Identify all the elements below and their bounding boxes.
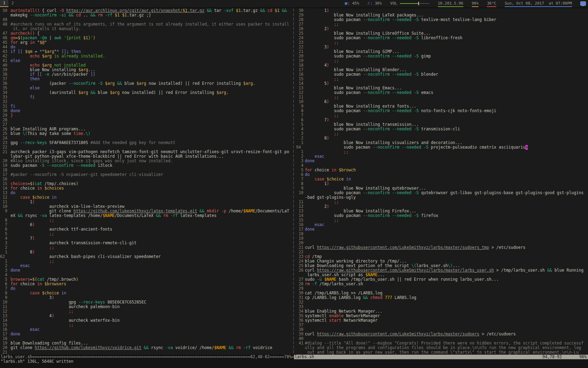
code-row: 1 blue Now installing visualizers and de… <box>296 141 588 145</box>
code-row: 22 <box>0 145 293 150</box>
code-row: 16 esac <box>0 327 293 332</box>
code-row: 19 <box>296 236 588 241</box>
top-status-bar: 12 ▦: 45%/: 36%VOL10.201.5.9696%36°CSun,… <box>0 0 588 7</box>
code-row: 5 ;; <box>0 232 293 236</box>
code-row: 94 sudo pacman --noconfirm --needed -S p… <box>296 145 588 150</box>
code-row: 5browsers=$(cat /tmp/.browch) <box>0 277 293 282</box>
code-row: 43if [[ $qm = *"$arg"* ]]; then <box>0 49 293 54</box>
root-usage-icon: / <box>368 0 370 7</box>
code-row: 18 4) <box>296 63 588 68</box>
code-row: 24 sudo pacman --noconfirm --needed -S l… <box>296 36 588 40</box>
workspace-tag-2[interactable]: 2 <box>8 0 17 7</box>
code-row: 15 ;; <box>296 218 588 223</box>
code-row: 18 <box>0 168 293 172</box>
code-row: 17#packer --noconfirm -S ncpamixer-git s… <box>0 172 293 177</box>
code-row: 44do <box>0 45 293 49</box>
code-row: 1 ;; <box>0 259 293 264</box>
code-row: 33 fi <box>0 95 293 100</box>
statusline-active: larbs.sh 94,78-92 96% <box>294 355 588 359</box>
code-row: 25blue \(This may take some time.\) <box>0 131 293 136</box>
code-row: 41else <box>0 59 293 63</box>
code-row: 24blue Changin working directory to /tmp… <box>296 259 588 264</box>
code-row: 17done <box>296 227 588 232</box>
status-memory-usage: ▦: 45% <box>345 0 359 7</box>
code-row: 47aurcheck() { <box>0 31 293 36</box>
code-row: 48#aurcheck runs on each of its argument… <box>0 22 293 27</box>
status-ip-address: 10.201.5.96 <box>438 0 463 7</box>
code-row: 30cat /tmp/LARBS.log >> /LARBS.log <box>296 291 588 295</box>
code-row: 15choices=$(cat /tmp/.choices) <box>0 182 293 186</box>
code-row: 13 4) <box>0 314 293 318</box>
code-row: 50aurinstall() { curl -O https://aur.arc… <box>0 8 293 13</box>
code-row: 16 esac <box>296 223 588 227</box>
code-row: 4 <box>0 273 293 277</box>
code-row: 12 ;; <box>0 309 293 314</box>
code-row: 45for arg in "$@" <box>0 40 293 45</box>
code-row: 26curl https://raw.githubusercontent.com… <box>296 268 588 273</box>
code-row: 27 ;; <box>296 22 588 27</box>
pane-larbs-user-sh[interactable]: 50aurinstall() { curl -O https://aur.arc… <box>0 8 293 355</box>
code-row: 39 blue Now installing $arg... <box>0 68 293 72</box>
code-row: 6for choice in $browsers <box>0 282 293 286</box>
code-row: 13 blue Now installing Firefox... <box>296 209 588 213</box>
code-row: 5for choice in $browch <box>296 168 588 172</box>
tag-list: 12 <box>0 0 17 7</box>
code-row: lybar-git python-pywal xfce-theme-blackb… <box>0 154 293 159</box>
command-line-message: "larbs.sh" 136L, 5648C written <box>1 359 587 364</box>
code-row: 31cp /LARBS.log LARBS.log && chmod 777 L… <box>296 295 588 300</box>
code-row: 31fi <box>0 104 293 109</box>
code-row: 27 <box>0 122 293 127</box>
code-row: 26blue Installing AUR programs... <box>0 127 293 131</box>
code-row: 25blue Downloading next portion of the s… <box>296 264 588 268</box>
code-row: 32 <box>0 100 293 104</box>
code-row: 7 6) <box>0 223 293 227</box>
code-row: 14 5) <box>296 81 588 86</box>
code-row: 14for choice in $choices <box>0 186 293 191</box>
code-row: -bad gst-plugins-ugly <box>296 195 588 200</box>
code-row: 20 <box>296 241 588 245</box>
code-row: 13 blue Now installing Emacs... <box>296 86 588 90</box>
code-row: 9 git clone https://github.com/lukesmith… <box>0 209 293 213</box>
systray[interactable] <box>580 0 586 7</box>
code-row: 4 sudo pacman --noconfirm --needed -S tr… <box>296 127 588 131</box>
code-row: 21aurcheck packer i3-gaps vim-pathogen n… <box>0 150 293 154</box>
code-row: 42 echo $arg is already installed. <box>0 54 293 59</box>
active-file-name: larbs.sh <box>295 355 314 359</box>
code-row: 1 8) <box>0 250 293 254</box>
code-row: 38 if [[ -e /usr/bin/packer ]] <box>0 72 293 77</box>
code-row: 13do <box>0 191 293 195</box>
code-row: 19 ;; <box>296 59 588 63</box>
scroll-percent: 96% <box>579 355 587 359</box>
code-row: 18 <box>296 232 588 236</box>
workspace-tag-1[interactable]: 1 <box>0 0 8 7</box>
code-row: 39curl https://raw.githubusercontent.com… <box>296 332 588 336</box>
code-row: 46qm=$(pacman -Qm | awk '{print $1}') <box>0 36 293 40</box>
code-row: 29 <box>296 286 588 291</box>
code-row: 28 <box>0 118 293 122</box>
code-row: 20 sudo pacman --noconfirm --needed -S g… <box>296 54 588 59</box>
window-separator[interactable] <box>293 8 294 355</box>
code-row: 11 1) <box>0 200 293 204</box>
code-row: 12 2) <box>296 204 588 209</box>
code-row: 21curl https://raw.githubusercontent.com… <box>296 245 588 250</box>
code-row: 6 7) <box>296 118 588 122</box>
code-row: 12 case $choice in <box>0 195 293 200</box>
code-row: 23gpg --recv-keys 5FAF0A6EE7371805 #Add … <box>0 141 293 145</box>
code-row: eX && rsync -va latex-templates /home/$N… <box>0 213 293 218</box>
volume-slider[interactable]: VOL <box>390 0 429 7</box>
code-row: 9 blue Now installing extra fonts... <box>296 104 588 109</box>
code-row: 33 <box>296 305 588 309</box>
code-row: 10 gpg --recv-keys 865E6C87C65285EC <box>0 300 293 305</box>
monitor-icon[interactable] <box>580 1 586 6</box>
pane-larbs-sh[interactable]: 30 1)29 blue Now installing LaTeX packag… <box>296 8 588 355</box>
code-row: 1 ;; <box>296 150 588 154</box>
memory-usage-icon: ▦ <box>345 0 347 7</box>
status-root-usage: /: 36% <box>368 0 382 7</box>
code-row: 27sudo -u $NAME bash /tmp/larbs_user.sh … <box>296 277 588 282</box>
code-row: 2 8) <box>296 136 588 141</box>
code-row: 15 ;; <box>0 323 293 327</box>
code-row: larbs_user.sh script as $NAME... <box>296 273 588 277</box>
code-row: 17 blue Now installing Blender... <box>296 68 588 72</box>
code-row: 16 <box>0 177 293 182</box>
code-row: 10 6) <box>296 100 588 104</box>
